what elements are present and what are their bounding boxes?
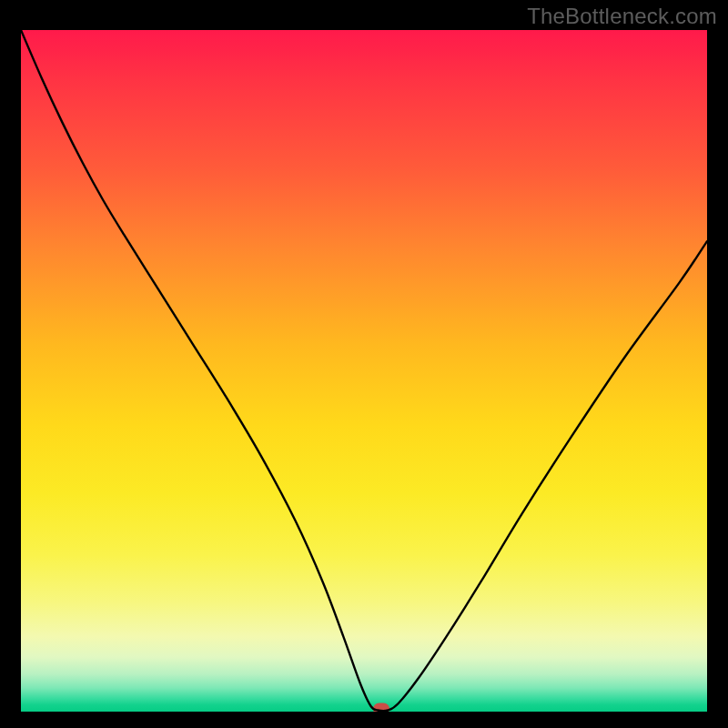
- chart-frame: TheBottleneck.com: [0, 0, 728, 728]
- curve-svg: [21, 30, 707, 712]
- plot-area: [21, 30, 707, 712]
- watermark-text: TheBottleneck.com: [527, 4, 717, 29]
- bottleneck-curve: [21, 30, 707, 711]
